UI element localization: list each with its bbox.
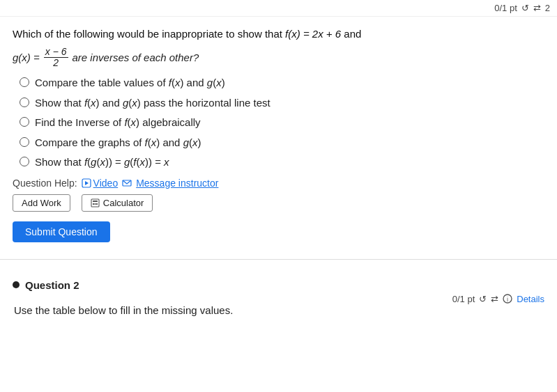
action-buttons-row: Add Work Calculator [13, 194, 544, 212]
mail-icon [122, 178, 132, 188]
top-score: 0/1 pt [494, 3, 517, 13]
question-2-text: Use the table below to fill in the missi… [14, 304, 544, 316]
info-icon: i [503, 294, 512, 304]
redo-icon[interactable]: ↺ [521, 3, 529, 13]
svg-rect-5 [93, 203, 94, 205]
video-link[interactable]: Video [82, 178, 119, 189]
svg-marker-1 [85, 181, 89, 185]
question-2-container: Question 2 0/1 pt ↺ ⇄ i Details Use the … [0, 269, 557, 323]
refresh-icon[interactable]: ⇄ [533, 3, 541, 13]
question-1-container: Which of the following would be inapprop… [0, 17, 557, 249]
question-help: Question Help: Video Message instructor [13, 178, 544, 189]
option-4[interactable]: Compare the graphs of f(x) and g(x) [20, 135, 544, 151]
svg-rect-3 [91, 199, 99, 207]
svg-rect-4 [93, 201, 98, 202]
radio-3[interactable] [20, 117, 29, 127]
question-2-footer: 0/1 pt ↺ ⇄ i Details [13, 294, 544, 304]
q2-redo-icon[interactable]: ↺ [479, 294, 487, 304]
options-list: Compare the table values of f(x) and g(x… [20, 75, 544, 171]
radio-5[interactable] [20, 157, 29, 166]
option-3[interactable]: Find the Inverse of f(x) algebraically [20, 115, 544, 131]
option-5[interactable]: Show that f(g(x)) = g(f(x)) = x [20, 155, 544, 171]
submit-question-button[interactable]: Submit Question [13, 221, 110, 242]
radio-2[interactable] [20, 97, 29, 107]
svg-rect-7 [96, 203, 98, 205]
question-2-label: Question 2 [25, 279, 79, 291]
q2-refresh-icon[interactable]: ⇄ [491, 294, 498, 304]
message-instructor-link[interactable]: Message instructor [136, 178, 218, 189]
svg-text:i: i [507, 296, 508, 303]
svg-rect-6 [94, 203, 96, 205]
g-definition: g(x) = x − 6 2 are inverses of each othe… [13, 47, 544, 69]
q2-details-link[interactable]: Details [517, 294, 544, 304]
add-work-button[interactable]: Add Work [13, 194, 70, 212]
section-divider [0, 259, 557, 260]
calculator-button[interactable]: Calculator [82, 194, 153, 212]
radio-1[interactable] [20, 77, 29, 87]
bullet-dot [13, 281, 20, 288]
option-1[interactable]: Compare the table values of f(x) and g(x… [20, 75, 544, 91]
option-2[interactable]: Show that f(x) and g(x) pass the horizon… [20, 95, 544, 111]
top-number: 2 [545, 3, 550, 13]
calculator-icon [91, 198, 100, 207]
fraction: x − 6 2 [44, 47, 68, 69]
play-icon [82, 178, 91, 188]
question-prompt: Which of the following would be inapprop… [13, 26, 544, 42]
top-bar: 0/1 pt ↺ ⇄ 2 [0, 0, 557, 17]
q2-score: 0/1 pt [452, 294, 475, 304]
radio-4[interactable] [20, 137, 29, 147]
question-2-header: Question 2 [13, 279, 544, 291]
